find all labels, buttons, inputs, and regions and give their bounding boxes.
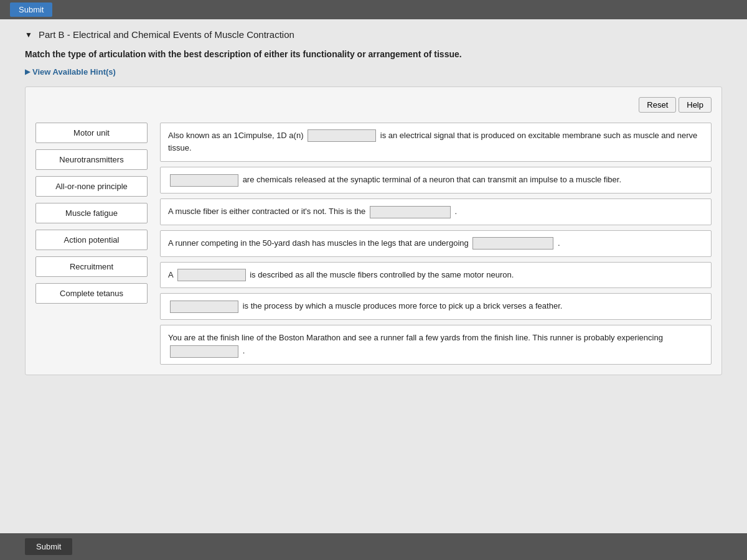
- q4-blank[interactable]: [472, 237, 553, 250]
- hint-link-label: View Available Hint(s): [32, 67, 116, 77]
- q7-blank[interactable]: [170, 345, 238, 358]
- q1-prefix: Also known as an 1Cimpulse, 1D a(n): [168, 131, 304, 140]
- hint-arrow-icon: ▶: [25, 68, 30, 76]
- term-recruitment[interactable]: Recruitment: [35, 256, 148, 277]
- exercise-box: Reset Help Motor unit Neurotransmitters …: [25, 86, 722, 375]
- q7-prefix: You are at the finish line of the Boston…: [168, 333, 663, 342]
- question-5: A is described as all the muscle fibers …: [160, 262, 712, 289]
- q2-suffix: are chemicals released at the synaptic t…: [243, 175, 621, 184]
- questions-list: Also known as an 1Cimpulse, 1D a(n) is a…: [160, 123, 712, 365]
- q6-suffix: is the process by which a muscle produce…: [243, 301, 563, 310]
- question-4: A runner competing in the 50-yard dash h…: [160, 230, 712, 257]
- content-area: Motor unit Neurotransmitters All-or-none…: [35, 123, 712, 365]
- term-complete-tetanus[interactable]: Complete tetanus: [35, 283, 148, 304]
- part-header-label: Part B - Electrical and Chemical Events …: [39, 29, 294, 40]
- q5-blank[interactable]: [177, 269, 246, 281]
- collapse-arrow-icon[interactable]: ▼: [25, 30, 32, 39]
- terms-list: Motor unit Neurotransmitters All-or-none…: [35, 123, 148, 365]
- term-all-or-none[interactable]: All-or-none principle: [35, 176, 148, 197]
- term-muscle-fatigue[interactable]: Muscle fatigue: [35, 203, 148, 223]
- question-1: Also known as an 1Cimpulse, 1D a(n) is a…: [160, 123, 712, 162]
- term-action-potential[interactable]: Action potential: [35, 230, 148, 250]
- question-7: You are at the finish line of the Boston…: [160, 325, 712, 365]
- q1-blank[interactable]: [308, 129, 376, 142]
- submit-top-button[interactable]: Submit: [10, 2, 52, 17]
- hint-link[interactable]: ▶ View Available Hint(s): [25, 67, 722, 77]
- term-neurotransmitters[interactable]: Neurotransmitters: [35, 149, 148, 170]
- q3-suffix: .: [455, 207, 458, 216]
- q5-prefix: A: [168, 270, 173, 279]
- q3-prefix: A muscle fiber is either contracted or i…: [168, 207, 365, 216]
- q2-blank[interactable]: [170, 174, 238, 187]
- term-motor-unit[interactable]: Motor unit: [35, 123, 148, 143]
- q4-prefix: A runner competing in the 50-yard dash h…: [168, 238, 469, 248]
- q4-suffix: .: [558, 238, 560, 248]
- q6-blank[interactable]: [170, 301, 238, 313]
- help-button[interactable]: Help: [679, 97, 712, 113]
- instructions-text: Match the type of articulation with the …: [25, 49, 722, 61]
- bottom-bar: Submit: [0, 533, 747, 560]
- top-buttons-bar: Reset Help: [35, 97, 712, 113]
- q7-suffix: .: [243, 346, 245, 355]
- question-6: is the process by which a muscle produce…: [160, 293, 712, 320]
- question-3: A muscle fiber is either contracted or i…: [160, 198, 712, 225]
- q3-blank[interactable]: [370, 206, 451, 218]
- reset-button[interactable]: Reset: [639, 97, 676, 113]
- submit-bottom-button[interactable]: Submit: [25, 538, 72, 555]
- question-2: are chemicals released at the synaptic t…: [160, 167, 712, 194]
- q5-suffix: is described as all the muscle fibers co…: [250, 270, 514, 279]
